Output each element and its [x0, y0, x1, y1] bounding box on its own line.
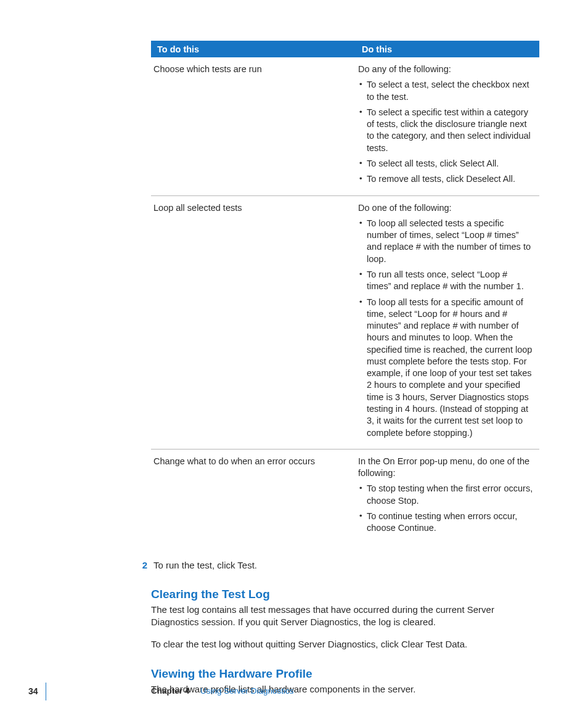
task-cell: Loop all selected tests: [151, 195, 356, 449]
bullet-item: To stop testing when the first error occ…: [358, 483, 533, 507]
bullet-item: To select all tests, click Select All.: [358, 158, 533, 170]
bullet-item: To select a specific test within a categ…: [358, 107, 533, 154]
numbered-step: 2 To run the test, click Test.: [135, 559, 539, 572]
action-intro: Do one of the following:: [358, 203, 452, 213]
action-cell: Do one of the following: To loop all sel…: [356, 195, 539, 449]
bullet-item: To continue testing when errors occur, c…: [358, 511, 533, 535]
task-cell: Change what to do when an error occurs: [151, 449, 356, 544]
table-row: Choose which tests are run Do any of the…: [151, 57, 539, 195]
step-number: 2: [135, 559, 147, 572]
body-paragraph: To clear the test log without quitting S…: [151, 638, 539, 651]
bullet-list: To loop all selected tests a specific nu…: [358, 218, 533, 439]
task-cell: Choose which tests are run: [151, 57, 356, 195]
page-content: To do this Do this Choose which tests ar…: [151, 41, 539, 706]
action-intro: Do any of the following:: [358, 64, 451, 74]
action-cell: Do any of the following: To select a tes…: [356, 57, 539, 195]
footer-rule: [46, 683, 46, 700]
action-cell: In the On Error pop-up menu, do one of t…: [356, 449, 539, 544]
action-intro: In the On Error pop-up menu, do one of t…: [358, 456, 529, 478]
bullet-item: To loop all tests for a specific amount …: [358, 297, 533, 439]
footer-text: Chapter 4 Using Server Diagnostics: [151, 686, 294, 696]
bullet-item: To remove all tests, click Deselect All.: [358, 173, 533, 185]
section-heading: Viewing the Hardware Profile: [151, 667, 539, 681]
bullet-item: To loop all selected tests a specific nu…: [358, 218, 533, 265]
footer-chapter: Chapter 4: [151, 686, 189, 696]
section-heading: Clearing the Test Log: [151, 588, 539, 601]
table-row: Loop all selected tests Do one of the fo…: [151, 195, 539, 449]
page-number: 34: [28, 686, 38, 696]
bullet-list: To select a test, select the checkbox ne…: [358, 79, 533, 185]
table-header-col1: To do this: [151, 41, 356, 57]
instruction-table: To do this Do this Choose which tests ar…: [151, 41, 539, 544]
step-text: To run the test, click Test.: [153, 560, 257, 570]
table-row: Change what to do when an error occurs I…: [151, 449, 539, 544]
table-header-col2: Do this: [356, 41, 539, 57]
body-paragraph: The test log contains all test messages …: [151, 604, 539, 629]
footer-title: Using Server Diagnostics: [200, 686, 294, 696]
bullet-list: To stop testing when the first error occ…: [358, 483, 533, 534]
bullet-item: To run all tests once, select “Loop # ti…: [358, 269, 533, 293]
bullet-item: To select a test, select the checkbox ne…: [358, 79, 533, 103]
